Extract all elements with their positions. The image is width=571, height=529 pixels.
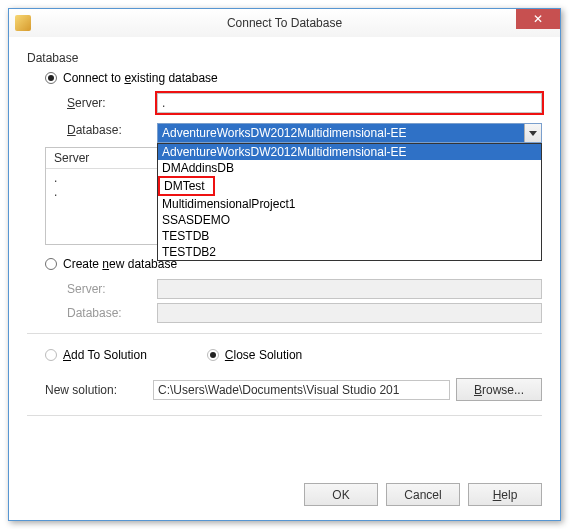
new-server-input: [157, 279, 542, 299]
dialog-window: Connect To Database ✕ Database Connect t…: [8, 8, 561, 521]
radio-icon: [45, 72, 57, 84]
add-to-solution-radio: Add To Solution: [45, 348, 147, 362]
radio-label: Add To Solution: [63, 348, 147, 362]
titlebar[interactable]: Connect To Database ✕: [9, 9, 560, 37]
radio-label: Close Solution: [225, 348, 302, 362]
radio-icon: [45, 258, 57, 270]
radio-icon: [45, 349, 57, 361]
radio-label: Connect to existing database: [63, 71, 218, 85]
database-label: Database:: [67, 123, 157, 137]
dropdown-item[interactable]: AdventureWorksDW2012Multidimensional-EE: [158, 144, 541, 160]
new-server-label: Server:: [67, 282, 157, 296]
dropdown-item[interactable]: SSASDEMO: [158, 212, 541, 228]
window-title: Connect To Database: [9, 16, 560, 30]
dropdown-item[interactable]: TESTDB2: [158, 244, 541, 260]
dropdown-item[interactable]: MultidimensionalProject1: [158, 196, 541, 212]
database-dropdown[interactable]: AdventureWorksDW2012Multidimensional-EE …: [157, 143, 542, 261]
server-label: Server:: [67, 96, 157, 110]
close-solution-radio: Close Solution: [207, 348, 302, 362]
dropdown-item[interactable]: DMTest: [158, 176, 215, 196]
divider: [27, 415, 542, 416]
database-group-label: Database: [27, 51, 542, 65]
connect-existing-radio[interactable]: Connect to existing database: [45, 71, 542, 85]
new-solution-label: New solution:: [45, 383, 153, 397]
dropdown-item[interactable]: DMAddinsDB: [158, 160, 541, 176]
footer: OK Cancel Help: [9, 475, 560, 520]
database-combo[interactable]: AdventureWorksDW2012Multidimensional-EE …: [157, 123, 542, 143]
new-solution-input[interactable]: [153, 380, 450, 400]
cancel-button[interactable]: Cancel: [386, 483, 460, 506]
divider: [27, 333, 542, 334]
radio-icon: [207, 349, 219, 361]
server-input[interactable]: [157, 93, 542, 113]
ok-button[interactable]: OK: [304, 483, 378, 506]
new-database-input: [157, 303, 542, 323]
dialog-body: Database Connect to existing database Se…: [9, 37, 560, 475]
help-button[interactable]: Help: [468, 483, 542, 506]
combo-selected-value: AdventureWorksDW2012Multidimensional-EE: [158, 124, 524, 142]
chevron-down-icon[interactable]: [524, 124, 541, 142]
browse-button[interactable]: Browse...: [456, 378, 542, 401]
new-database-label: Database:: [67, 306, 157, 320]
dropdown-item[interactable]: TESTDB: [158, 228, 541, 244]
